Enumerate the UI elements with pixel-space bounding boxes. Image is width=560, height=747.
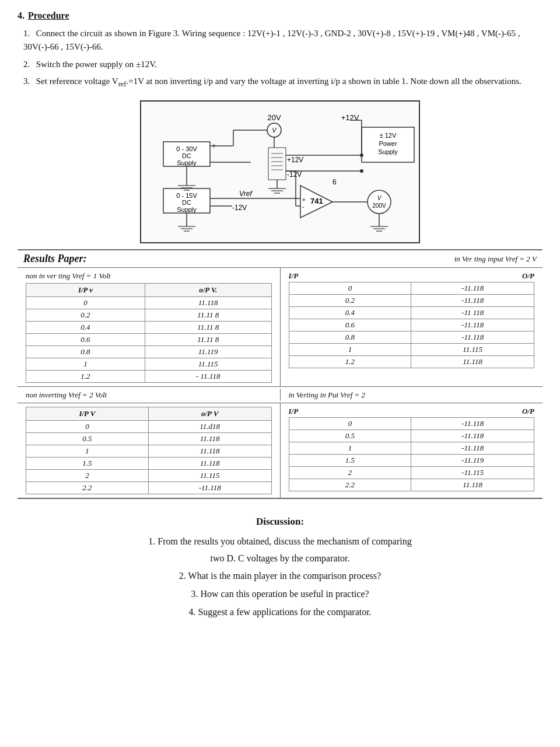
table2-left: I/P V o/P V 011.d18 0.511.118 111.118 1.… bbox=[18, 403, 281, 498]
circuit-wrapper: 20V +12V V 0 - 30V DC Supply + +12V - bbox=[18, 100, 542, 243]
col-op: o/P V. bbox=[145, 284, 271, 297]
table2-left-data: I/P V o/P V 011.d18 0.511.118 111.118 1.… bbox=[26, 407, 272, 494]
step-1: 1. Connect the circuit as shown in Figur… bbox=[23, 27, 542, 54]
results-section: Results Paper: in Ver ting input Vref = … bbox=[18, 249, 542, 499]
right-header-1: in Ver ting input Vref = 2 V bbox=[454, 254, 537, 264]
step-3-num: 3. bbox=[23, 75, 34, 88]
left-header-2: non inverting Vref = 2 Volt bbox=[26, 390, 107, 399]
svg-point-49 bbox=[368, 190, 391, 214]
svg-text:Supply: Supply bbox=[378, 148, 398, 155]
table-row: 111.115 bbox=[289, 344, 534, 356]
step-3: 3. Set reference voltage Vref.=1V at non… bbox=[23, 75, 542, 90]
table-row: 1-11.118 bbox=[289, 442, 534, 455]
svg-point-29 bbox=[360, 169, 363, 173]
svg-text:-12V: -12V bbox=[232, 204, 247, 212]
results-title-row: Results Paper: in Ver ting input Vref = … bbox=[18, 250, 542, 268]
procedure-list: 1. Connect the circuit as shown in Figur… bbox=[18, 27, 542, 90]
table2-right: I/P O/P 0-11.118 0.5-11.118 1-11.118 1.5… bbox=[281, 403, 543, 498]
table-row: 011.d18 bbox=[26, 421, 272, 433]
discussion-q3: 3. How can this operation be useful in p… bbox=[18, 586, 542, 603]
discussion-section: Discussion: 1. From the results you obta… bbox=[18, 513, 542, 621]
svg-text:20V: 20V bbox=[267, 113, 281, 122]
col-ip-label: I/P bbox=[289, 271, 299, 281]
col-ip: I/P v bbox=[26, 284, 145, 297]
svg-text:-12V: -12V bbox=[287, 170, 302, 179]
svg-text:-: - bbox=[302, 204, 304, 210]
table-row: 1.211.118 bbox=[289, 356, 534, 368]
table-row: 0-11.118 bbox=[289, 282, 534, 295]
section-header: 4. Procedure bbox=[18, 11, 542, 21]
svg-text:200V: 200V bbox=[372, 203, 386, 209]
step-2: 2. Switch the power supply on ±12V. bbox=[23, 58, 542, 71]
svg-text:V: V bbox=[272, 127, 277, 134]
table2-section: I/P V o/P V 011.d18 0.511.118 111.118 1.… bbox=[18, 403, 542, 499]
svg-text:6: 6 bbox=[332, 178, 337, 186]
step-1-text: Connect the circuit as shown in Figure 3… bbox=[23, 29, 520, 51]
table2-right-header: in Verting in Put Vref = 2 bbox=[281, 389, 543, 401]
discussion-title: Discussion: bbox=[18, 513, 542, 531]
table-row: 211.115 bbox=[26, 470, 272, 482]
circuit-svg: 20V +12V V 0 - 30V DC Supply + +12V - bbox=[152, 110, 420, 232]
table1-left-data: I/P v o/P V. 011.118 0.211.11 8 0.411.11… bbox=[26, 283, 272, 383]
table-row: 0.211.11 8 bbox=[26, 309, 272, 322]
table-row: 0.5-11.118 bbox=[289, 430, 534, 442]
table-row: 1.5-11.119 bbox=[289, 455, 534, 467]
table-row: 2-11.115 bbox=[289, 467, 534, 479]
section-number: 4. bbox=[18, 11, 24, 21]
table-row: 0.2-11.118 bbox=[289, 295, 534, 307]
svg-rect-16 bbox=[268, 148, 286, 180]
svg-text:DC: DC bbox=[182, 199, 191, 206]
step-3-text: Set reference voltage Vref.=1V at non in… bbox=[36, 76, 522, 86]
right-col-header: I/P O/P bbox=[289, 271, 535, 281]
table2-left-header: non inverting Vref = 2 Volt bbox=[18, 389, 281, 401]
col-op-label: O/P bbox=[522, 271, 534, 281]
table1-right: I/P O/P 0-11.118 0.2-11.118 0.4-11 118 0… bbox=[281, 268, 543, 386]
table-row: 0-11.118 bbox=[289, 418, 534, 430]
discussion-q4: 4. Suggest a few applications for the co… bbox=[18, 604, 542, 621]
svg-text:Vref: Vref bbox=[239, 190, 253, 198]
table1-right-data: 0-11.118 0.2-11.118 0.4-11 118 0.6-11.11… bbox=[289, 282, 535, 368]
svg-text:Supply: Supply bbox=[177, 159, 197, 166]
svg-text:0 - 30V: 0 - 30V bbox=[176, 145, 197, 152]
svg-text:Supply: Supply bbox=[177, 206, 197, 213]
table-row: 0.6-11.118 bbox=[289, 319, 534, 331]
table-row: 111.118 bbox=[26, 445, 272, 458]
right-col-header2: I/P O/P bbox=[289, 407, 535, 416]
col-op-label2: O/P bbox=[522, 407, 534, 416]
right-header-2: in Verting in Put Vref = 2 bbox=[289, 390, 366, 399]
table-row: 2.211.118 bbox=[289, 479, 534, 491]
svg-text:+: + bbox=[302, 197, 306, 203]
table-row: 011.118 bbox=[26, 297, 272, 309]
table-row: 0.8-11.118 bbox=[289, 331, 534, 344]
section-title: Procedure bbox=[28, 11, 69, 21]
table-row: 2.2-11.118 bbox=[26, 482, 272, 494]
table-row: 111.115 bbox=[26, 358, 272, 371]
table1-left: non in ver ting Vref = 1 Volt I/P v o/P … bbox=[18, 268, 281, 386]
svg-text:± 12V: ± 12V bbox=[380, 132, 397, 139]
left-header-1: non in ver ting Vref = 1 Volt bbox=[26, 271, 272, 281]
results-title: Results Paper: bbox=[23, 253, 87, 265]
svg-text:DC: DC bbox=[182, 152, 191, 159]
step-1-num: 1. bbox=[23, 27, 34, 40]
table1-section: non in ver ting Vref = 1 Volt I/P v o/P … bbox=[18, 268, 542, 387]
discussion-q1: 1. From the results you obtained, discus… bbox=[18, 533, 542, 567]
step-2-text: Switch the power supply on ±12V. bbox=[36, 60, 157, 69]
table-row: 0.811.119 bbox=[26, 346, 272, 358]
table-row: 0.611.11 8 bbox=[26, 334, 272, 346]
svg-text:741: 741 bbox=[310, 197, 323, 205]
col-ip-label2: I/P bbox=[289, 407, 299, 416]
table2-right-data: 0-11.118 0.5-11.118 1-11.118 1.5-11.119 … bbox=[289, 417, 535, 491]
col-op: o/P V bbox=[148, 407, 271, 421]
table-row: 1.511.118 bbox=[26, 458, 272, 470]
svg-text:+12V: +12V bbox=[287, 156, 303, 164]
col-ip: I/P V bbox=[26, 407, 149, 421]
table-row: 0.511.118 bbox=[26, 433, 272, 445]
svg-text:Power: Power bbox=[379, 140, 397, 147]
svg-text:0 - 15V: 0 - 15V bbox=[176, 192, 197, 199]
discussion-q2: 2. What is the main player in the compar… bbox=[18, 568, 542, 585]
table-row: 0.4-11 118 bbox=[289, 307, 534, 319]
table-row: 0.411.11 8 bbox=[26, 322, 272, 334]
step-2-num: 2. bbox=[23, 58, 34, 71]
circuit-box: 20V +12V V 0 - 30V DC Supply + +12V - bbox=[140, 100, 420, 243]
table-row: 1.2- 11.118 bbox=[26, 371, 272, 383]
